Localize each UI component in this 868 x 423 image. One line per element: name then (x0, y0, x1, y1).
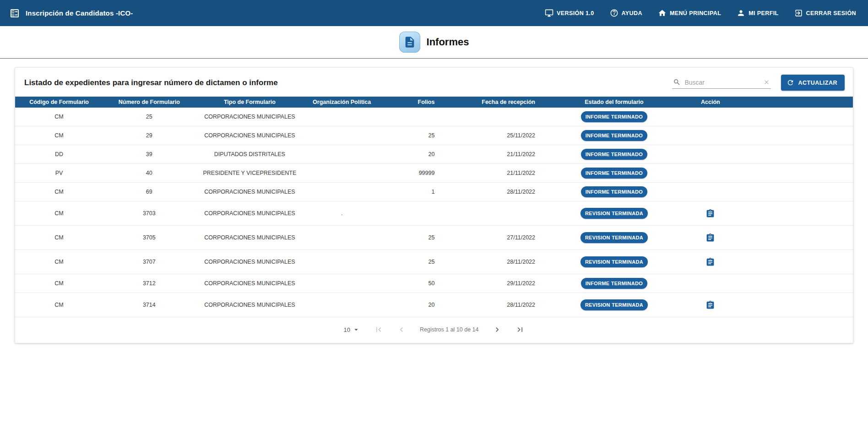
cell-fecha: 25/11/2022 (446, 126, 547, 145)
cell-accion (681, 126, 740, 145)
cell-accion (681, 274, 740, 293)
refresh-button-label: ACTUALIZAR (798, 80, 837, 86)
cell-codigo: CM (15, 274, 103, 293)
cell-folios: 50 (380, 274, 446, 293)
search-box (672, 76, 771, 89)
cell-tipo: CORPORACIONES MUNICIPALES (195, 274, 304, 293)
pagination-label: Registros 1 al 10 de 14 (420, 326, 479, 333)
cell-estado: INFORME TERMINADO (547, 164, 681, 183)
cell-organizacion (304, 108, 380, 126)
status-badge: INFORME TERMINADO (581, 186, 647, 197)
cell-accion (681, 226, 740, 250)
cell-fecha: 28/11/2022 (446, 250, 547, 274)
cell-estado: REVISION TERMINADA (547, 226, 681, 250)
cell-estado: INFORME TERMINADO (547, 108, 681, 126)
clipboard-icon[interactable] (705, 300, 715, 310)
page-title: Informes (427, 36, 469, 48)
refresh-icon (787, 79, 794, 87)
cell-filler (740, 201, 853, 226)
status-badge: INFORME TERMINADO (581, 278, 647, 289)
page-header: Informes (0, 26, 868, 59)
cell-numero: 69 (103, 183, 195, 201)
cell-estado: INFORME TERMINADO (547, 126, 681, 145)
cell-organizacion (304, 126, 380, 145)
nav-item-mi-perfil[interactable]: MI PERFIL (737, 9, 778, 17)
nav-item-label: AYUDA (622, 10, 642, 16)
cell-folios: 25 (380, 126, 446, 145)
column-header: Fecha de recepción (446, 97, 547, 108)
table-row: CM 29 CORPORACIONES MUNICIPALES 25 25/11… (15, 126, 853, 145)
chevron-down-icon (352, 325, 360, 334)
cell-organizacion: . (304, 201, 380, 226)
page-size-value: 10 (343, 326, 350, 333)
cell-tipo: CORPORACIONES MUNICIPALES (195, 293, 304, 317)
cell-folios: 1 (380, 183, 446, 201)
column-header: Tipo de Formulario (195, 97, 304, 108)
clipboard-icon[interactable] (705, 233, 715, 243)
cell-codigo: CM (15, 226, 103, 250)
cell-codigo: CM (15, 108, 103, 126)
last-page-icon[interactable] (515, 325, 525, 334)
cell-organizacion (304, 293, 380, 317)
status-badge: REVISION TERMINADA (580, 299, 648, 310)
status-badge: INFORME TERMINADO (581, 149, 647, 160)
clipboard-icon[interactable] (705, 209, 715, 218)
clipboard-icon[interactable] (705, 257, 715, 267)
cell-fecha: 21/11/2022 (446, 164, 547, 183)
cell-estado: REVISION TERMINADA (547, 250, 681, 274)
table-row: CM 3705 CORPORACIONES MUNICIPALES 25 27/… (15, 226, 853, 250)
search-icon (673, 78, 681, 86)
cell-filler (740, 183, 853, 201)
cell-fecha: 28/11/2022 (446, 183, 547, 201)
status-badge: REVISION TERMINADA (580, 232, 648, 243)
table-header-row: Código de FormularioNúmero de Formulario… (15, 97, 853, 108)
cell-filler (740, 293, 853, 317)
refresh-button[interactable]: ACTUALIZAR (781, 75, 845, 91)
cell-tipo: DIPUTADOS DISTRITALES (195, 145, 304, 164)
cell-codigo: CM (15, 126, 103, 145)
app-logo-icon (9, 8, 20, 19)
prev-page-icon[interactable] (397, 325, 406, 334)
search-input[interactable] (684, 79, 760, 86)
cell-filler (740, 164, 853, 183)
panel-title: Listado de expedientes para ingresar núm… (24, 78, 278, 87)
clear-search-icon[interactable] (763, 79, 770, 86)
next-page-icon[interactable] (493, 325, 502, 334)
navbar-actions: VERSIÓN 1.0 AYUDA MENÚ PRINCIPAL MI PERF… (545, 9, 856, 17)
cell-accion (681, 250, 740, 274)
nav-item-label: MENÚ PRINCIPAL (670, 10, 721, 16)
nav-item-label: MI PERFIL (749, 10, 778, 16)
cell-codigo: CM (15, 183, 103, 201)
first-page-icon[interactable] (374, 325, 383, 334)
app-title: Inscripción de Candidatos -ICO- (26, 9, 133, 17)
cell-estado: INFORME TERMINADO (547, 145, 681, 164)
logout-icon (794, 9, 803, 17)
nav-item-versi-n-1-0[interactable]: VERSIÓN 1.0 (545, 9, 594, 17)
cell-accion (681, 201, 740, 226)
nav-item-cerrar-sesi-n[interactable]: CERRAR SESIÓN (794, 9, 856, 17)
nav-item-men-principal[interactable]: MENÚ PRINCIPAL (658, 9, 721, 17)
cell-filler (740, 145, 853, 164)
cell-accion (681, 145, 740, 164)
cell-folios: 25 (380, 226, 446, 250)
cell-tipo: CORPORACIONES MUNICIPALES (195, 201, 304, 226)
cell-estado: INFORME TERMINADO (547, 274, 681, 293)
cell-estado: INFORME TERMINADO (547, 183, 681, 201)
nav-item-label: VERSIÓN 1.0 (557, 10, 594, 16)
column-header: Acción (681, 97, 740, 108)
cell-numero: 29 (103, 126, 195, 145)
cell-folios: 99999 (380, 164, 446, 183)
table-row: CM 25 CORPORACIONES MUNICIPALES INFORME … (15, 108, 853, 126)
page-size-select[interactable]: 10 (343, 325, 360, 334)
cell-folios (380, 108, 446, 126)
cell-accion (681, 183, 740, 201)
nav-item-label: CERRAR SESIÓN (806, 10, 856, 16)
status-badge: INFORME TERMINADO (581, 130, 647, 141)
column-header: Estado del formulario (547, 97, 681, 108)
panel-tools: ACTUALIZAR (672, 75, 845, 91)
cell-codigo: DD (15, 145, 103, 164)
cell-accion (681, 293, 740, 317)
cell-filler (740, 226, 853, 250)
cell-estado: REVISION TERMINADA (547, 293, 681, 317)
nav-item-ayuda[interactable]: AYUDA (610, 9, 642, 17)
